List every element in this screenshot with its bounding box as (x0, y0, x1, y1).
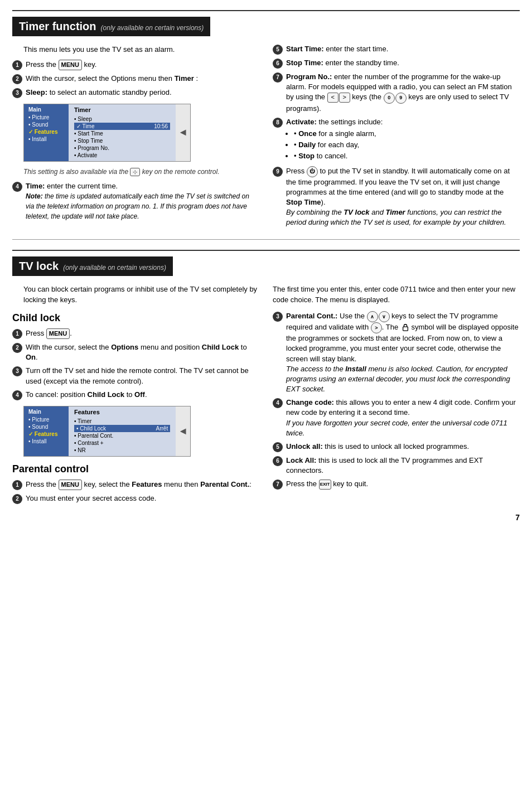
tvlock-menu-sound: • Sound (28, 423, 64, 430)
child-step-2-content: With the cursor, select the Options menu… (26, 342, 259, 362)
child-step-2: 2 With the cursor, select the Options me… (12, 342, 259, 362)
timer-menu-left: Main • Picture • Sound ✓ Features • Inst… (24, 104, 69, 161)
tvlock-menu-install: • Install (28, 438, 64, 445)
tvlock-subtitle: (only available on certain versions) (63, 264, 166, 272)
child-step-2-num: 2 (12, 343, 22, 353)
timer-step-9: 9 Press ⏻ to put the TV set in standby. … (273, 166, 520, 228)
lr-keys: <> (327, 93, 350, 103)
left-key: < (327, 93, 338, 103)
timer-section: Timer function (only available on certai… (12, 10, 520, 240)
tvlock-menu-features: ✓ Features (28, 430, 64, 438)
key-0: 0 (384, 93, 395, 104)
child-step-1-content: Press MENU. (26, 328, 259, 339)
down-key: ∨ (379, 311, 390, 322)
tvlock-menu-picture: • Picture (28, 416, 64, 423)
exit-key: EXIT (319, 480, 331, 490)
tvlock-step-4-content: Change code: this allows you to enter a … (286, 398, 520, 438)
menu-key-3: MENU (59, 480, 82, 490)
parental-step-1-content: Press the MENU key, select the Features … (26, 480, 259, 490)
tvlock-step-7-num: 7 (273, 480, 283, 490)
timer-menu-screenshot: Main • Picture • Sound ✓ Features • Inst… (23, 104, 191, 162)
timer-section-header: Timer function (only available on certai… (12, 17, 210, 36)
timer-italic-note: This setting is also available via the ⊹… (23, 167, 259, 177)
page-number: 7 (12, 513, 520, 522)
tvlock-menu-right: Features • Timer • Child LockArrêt • Par… (69, 406, 176, 456)
child-step-4-num: 4 (12, 390, 22, 400)
parental-step-1: 1 Press the MENU key, select the Feature… (12, 480, 259, 490)
child-step-4: 4 To cancel: position Child Lock to Off. (12, 390, 259, 400)
tvlock-menu-timer: • Timer (74, 418, 170, 425)
step-2-number: 2 (12, 74, 22, 84)
timer-step-4: 4 Time: enter the current time. Note: th… (12, 181, 259, 222)
tvlock-menu-right-title: Features (74, 409, 170, 415)
child-step-3-num: 3 (12, 366, 22, 376)
power-key: ⏻ (307, 166, 318, 177)
timer-menu-left-title: Main (28, 106, 64, 113)
tvlock-step-5-content: Unlock all: this is used to unlock all l… (286, 442, 520, 452)
tvlock-title: TV lock (19, 260, 59, 273)
tvlock-menu-childlock: • Child LockArrêt (74, 425, 170, 432)
timer-step-6: 6 Stop Time: enter the standby time. (273, 58, 520, 69)
step-9-number: 9 (273, 167, 283, 177)
tvlock-right-intro: The first time you enter this, enter cod… (273, 284, 520, 306)
child-step-1-num: 1 (12, 329, 22, 339)
tvlock-right-step-5: 5 Unlock all: this is used to unlock all… (273, 442, 520, 452)
parental-heading: Parental control (12, 463, 259, 475)
menu-key: MENU (59, 60, 82, 70)
parental-step-2-num: 2 (12, 494, 22, 504)
child-step-3-content: Turn off the TV set and hide the remote … (26, 366, 259, 386)
timer-menu-starttime: • Start Time (74, 130, 170, 137)
timer-menu-right: Timer • Sleep ✓ Time10:56 • Start Time •… (69, 104, 176, 161)
tvlock-right-step-6: 6 Lock All: this is used to lock all the… (273, 456, 520, 476)
step-5-number: 5 (273, 45, 283, 55)
right-confirm-key: > (371, 322, 382, 333)
tvlock-menu-left: Main • Picture • Sound ✓ Features • Inst… (24, 406, 69, 456)
step-5-content: Start Time: enter the start time. (286, 44, 520, 54)
activate-once: • Once for a single alarm, (294, 129, 520, 139)
timer-step-3: 3 Sleep: to select an automatic standby … (12, 88, 259, 98)
timer-menu-time: ✓ Time10:56 (74, 123, 170, 130)
tvlock-step-4-num: 4 (273, 398, 283, 408)
parental-step-1-num: 1 (12, 480, 22, 490)
parental-step-2-content: You must enter your secret access code. (26, 493, 259, 503)
timer-menu-sound: • Sound (28, 121, 64, 128)
tvlock-step-7-content: Press the EXIT key to quit. (286, 479, 520, 490)
step-4-content: Time: enter the current time. Note: the … (26, 181, 259, 222)
timer-menu-programno: • Program No. (74, 144, 170, 152)
parental-step-2: 2 You must enter your secret access code… (12, 493, 259, 504)
timer-step-2: 2 With the cursor, select the Options me… (12, 74, 259, 84)
timer-menu-arrow: ◄ (176, 104, 190, 161)
tvlock-step-6-num: 6 (273, 456, 283, 466)
ud-keys: ∧∨ (367, 311, 390, 322)
activate-stop: • Stop to cancel. (294, 151, 520, 161)
timer-step-5: 5 Start Time: enter the start time. (273, 44, 520, 55)
child-step-4-content: To cancel: position Child Lock to Off. (26, 390, 259, 400)
child-lock-heading: Child lock (12, 312, 259, 324)
step-1-number: 1 (12, 60, 22, 70)
step-8-content: Activate: the settings include: • Once f… (286, 117, 520, 163)
timer-left-col: This menu lets you use the TV set as an … (12, 44, 259, 231)
timer-right-col: 5 Start Time: enter the start time. 6 St… (273, 44, 520, 231)
tvlock-step-5-num: 5 (273, 442, 283, 452)
step-9-content: Press ⏻ to put the TV set in standby. It… (286, 166, 520, 228)
step-1-content: Press the MENU key. (26, 60, 259, 70)
key-9: 9 (395, 93, 407, 104)
up-key: ∧ (367, 311, 378, 322)
tvlock-left-col: You can block certain programs or inhibi… (12, 284, 259, 508)
tvlock-menu-left-title: Main (28, 409, 64, 415)
right-key: > (339, 93, 350, 103)
tvlock-section: TV lock (only available on certain versi… (12, 251, 520, 534)
svg-rect-0 (403, 327, 408, 331)
timer-menu-install: • Install (28, 135, 64, 143)
tvlock-step-3-content: Parental Cont.: Use the ∧∨ keys to selec… (286, 311, 520, 395)
timer-subtitle: (only available on certain versions) (101, 24, 204, 32)
tvlock-right-col: The first time you enter this, enter cod… (273, 284, 520, 508)
child-step-3: 3 Turn off the TV set and hide the remot… (12, 366, 259, 386)
timer-step-7: 7 Program No.: enter the number of the p… (273, 72, 520, 114)
timer-menu-activate: • Activate (74, 152, 170, 159)
tvlock-menu-arrow: ◄ (176, 406, 190, 456)
num-keys: 09 (384, 93, 407, 104)
tvlock-right-step-7: 7 Press the EXIT key to quit. (273, 479, 520, 490)
tvlock-content: You can block certain programs or inhibi… (12, 284, 520, 508)
timer-step-8: 8 Activate: the settings include: • Once… (273, 117, 520, 163)
